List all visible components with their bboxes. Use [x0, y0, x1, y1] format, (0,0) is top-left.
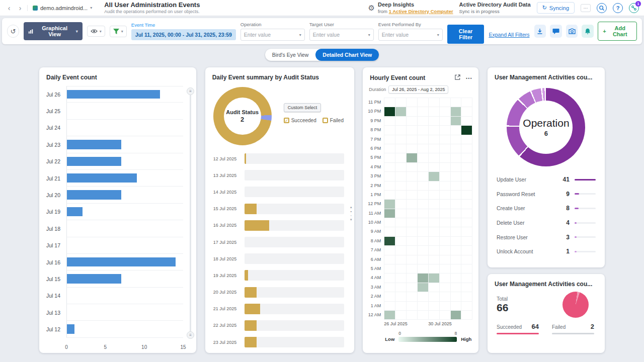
heat-cell[interactable] [451, 209, 462, 218]
heat-cell[interactable] [461, 302, 472, 311]
heat-cell[interactable] [451, 172, 462, 181]
heat-cell[interactable] [395, 246, 407, 255]
heat-cell[interactable] [429, 302, 440, 311]
heat-cell[interactable] [451, 218, 462, 227]
heat-cell[interactable] [384, 274, 395, 283]
summary-bar[interactable] [245, 220, 270, 231]
heat-cell[interactable] [395, 227, 407, 236]
heat-cell[interactable] [418, 274, 429, 283]
heat-cell[interactable] [429, 144, 440, 153]
heat-cell[interactable] [418, 246, 429, 255]
heat-cell[interactable] [429, 283, 440, 292]
heat-cell[interactable] [384, 218, 395, 227]
heat-cell[interactable] [384, 255, 395, 264]
heat-cell[interactable] [461, 209, 472, 218]
heat-cell[interactable] [395, 283, 407, 292]
summary-bar[interactable] [245, 304, 261, 314]
heat-cell[interactable] [418, 200, 429, 209]
operation-legend-row[interactable]: Update User41 [497, 172, 596, 187]
heat-cell[interactable] [395, 182, 407, 191]
heat-cell[interactable] [418, 135, 429, 144]
forward-button[interactable]: › [16, 3, 24, 13]
operation-legend-row[interactable]: Password Reset9 [497, 187, 596, 202]
heat-cell[interactable] [384, 98, 395, 107]
heat-cell[interactable] [451, 200, 462, 209]
operations-donut[interactable]: Operation 6 [507, 88, 585, 166]
summary-bar[interactable] [245, 287, 257, 298]
heat-cell[interactable] [407, 227, 418, 236]
heat-cell[interactable] [384, 283, 395, 292]
heat-cell[interactable] [395, 117, 407, 126]
heat-cell[interactable] [407, 274, 418, 283]
heat-cell[interactable] [418, 302, 429, 311]
heat-cell[interactable] [384, 302, 395, 311]
help-button[interactable]: ? [613, 3, 623, 13]
heat-cell[interactable] [395, 218, 407, 227]
heat-cell[interactable] [440, 98, 451, 107]
heat-cell[interactable] [451, 246, 462, 255]
clear-filter-button[interactable]: Clear Filter [447, 25, 485, 44]
feedback-button[interactable] [550, 25, 562, 38]
heat-cell[interactable] [407, 98, 418, 107]
heat-cell[interactable] [440, 135, 451, 144]
heat-cell[interactable] [407, 117, 418, 126]
heat-cell[interactable] [440, 153, 451, 162]
heat-cell[interactable] [407, 126, 418, 135]
filter-dropdown[interactable]: ▾ [110, 26, 127, 37]
heat-cell[interactable] [407, 163, 418, 172]
heat-cell[interactable] [451, 163, 462, 172]
heat-cell[interactable] [395, 237, 407, 246]
heat-cell[interactable] [418, 283, 429, 292]
bar[interactable] [67, 207, 83, 216]
heat-cell[interactable] [384, 227, 395, 236]
heat-cell[interactable] [384, 172, 395, 181]
heat-cell[interactable] [407, 264, 418, 274]
heat-cell[interactable] [451, 264, 462, 274]
heat-cell[interactable] [418, 182, 429, 191]
heat-cell[interactable] [418, 264, 429, 274]
heat-cell[interactable] [451, 237, 462, 246]
search-button[interactable] [597, 3, 607, 13]
heat-cell[interactable] [429, 153, 440, 162]
heat-cell[interactable] [418, 191, 429, 200]
heat-cell[interactable] [451, 292, 462, 301]
heat-cell[interactable] [440, 246, 451, 255]
heat-cell[interactable] [440, 107, 451, 116]
heat-cell[interactable] [440, 209, 451, 218]
heat-cell[interactable] [451, 302, 462, 311]
audit-status-donut[interactable]: Audit Status 2 [213, 87, 272, 145]
heat-cell[interactable] [407, 200, 418, 209]
summary-bar[interactable] [245, 153, 247, 164]
heat-cell[interactable] [384, 144, 395, 153]
heat-cell[interactable] [395, 107, 407, 116]
heat-cell[interactable] [461, 218, 472, 227]
list-scroll-indicator[interactable]: ▲ ● ● ▼ [350, 206, 353, 221]
heat-cell[interactable] [429, 209, 440, 218]
scroll-grip-top[interactable]: ≡ [187, 87, 194, 95]
heat-cell[interactable] [395, 98, 407, 107]
heat-cell[interactable] [384, 107, 395, 116]
legend-item-failed[interactable]: Failed [323, 118, 344, 123]
bar[interactable] [67, 190, 121, 199]
heat-cell[interactable] [384, 126, 395, 135]
heat-cell[interactable] [395, 163, 407, 172]
heat-cell[interactable] [461, 246, 472, 255]
heat-cell[interactable] [384, 292, 395, 301]
chart-scrollbar[interactable]: ≡ ≡ [187, 87, 194, 339]
heat-cell[interactable] [440, 182, 451, 191]
heat-cell[interactable] [384, 209, 395, 218]
heat-cell[interactable] [418, 126, 429, 135]
heat-cell[interactable] [451, 126, 462, 135]
heat-cell[interactable] [395, 255, 407, 264]
heat-cell[interactable] [384, 237, 395, 246]
heat-cell[interactable] [429, 107, 440, 116]
heat-cell[interactable] [384, 163, 395, 172]
heat-cell[interactable] [429, 246, 440, 255]
heat-cell[interactable] [440, 227, 451, 236]
heat-cell[interactable] [418, 153, 429, 162]
bar[interactable] [67, 157, 121, 166]
heat-cell[interactable] [440, 200, 451, 209]
heat-cell[interactable] [418, 163, 429, 172]
heat-cell[interactable] [395, 172, 407, 181]
performed-by-select[interactable]: Enter value ▾ [378, 29, 443, 41]
